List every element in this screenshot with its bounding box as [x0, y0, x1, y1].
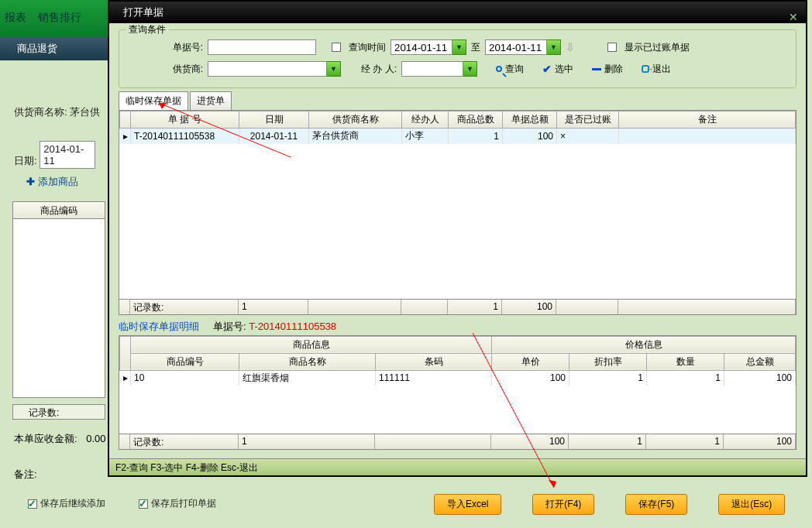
- minus-icon: [592, 68, 601, 70]
- cell-amt: 100: [503, 129, 557, 144]
- open-button[interactable]: 打开(F4): [532, 494, 594, 515]
- col-posted: 是否已过账: [557, 111, 619, 129]
- footer2-qty: 1: [646, 434, 724, 449]
- cell-date: 2014-01-11: [239, 129, 309, 144]
- footer2-label: 记录数:: [130, 434, 239, 449]
- query-time-label: 查询时间: [349, 41, 386, 54]
- detail-grid[interactable]: 商品信息 价格信息 商品编号 商品名称 条码 单价 折扣率 数量 总金额 ▸ 1…: [119, 335, 797, 451]
- row-marker-icon: ▸: [120, 370, 131, 386]
- cell-remark: [619, 129, 796, 144]
- cell-barcode: 111111: [376, 370, 492, 386]
- query-button[interactable]: 查询: [496, 63, 524, 76]
- plus-icon: ✚: [26, 176, 35, 187]
- date-label: 日期:: [14, 155, 37, 166]
- bg-product-table: 商品编码: [12, 201, 105, 398]
- date-to-input[interactable]: [485, 39, 547, 55]
- col-discount: 折扣率: [569, 353, 647, 370]
- handler-combo[interactable]: [401, 61, 463, 77]
- to-label: 至: [471, 41, 480, 54]
- cell-price: 100: [492, 370, 569, 386]
- col-supplier: 供货商名称: [309, 111, 402, 129]
- col-barcode: 条码: [376, 353, 492, 370]
- query-time-checkbox[interactable]: [332, 43, 341, 52]
- cell-name: 红旗渠香烟: [239, 370, 376, 386]
- download-icon[interactable]: ⇩: [566, 41, 575, 53]
- chevron-down-icon[interactable]: ▼: [547, 39, 561, 55]
- check-continue-add[interactable]: 保存后继续添加: [28, 498, 105, 509]
- col-total-qty: 商品总数: [449, 111, 503, 129]
- col-code: 商品编号: [131, 353, 239, 370]
- menu-return-goods[interactable]: 商品退货: [0, 37, 108, 60]
- query-panel: 查询条件 单据号: 查询时间 ▼ 至 ▼ ⇩ 显示已过账单据 供货商:: [119, 29, 797, 88]
- total-label: 本单应收金额:: [14, 433, 77, 444]
- supplier-value: 茅台供: [70, 106, 100, 118]
- table-row[interactable]: ▸ T-20140111105538 2014-01-11 茅台供货商 小李 1…: [120, 129, 796, 144]
- exit-button-bottom[interactable]: 退出(Esc): [718, 494, 785, 515]
- supplier-combo[interactable]: [208, 61, 327, 77]
- dialog-title: 打开单据: [123, 6, 163, 18]
- nav-report[interactable]: 报表: [0, 0, 31, 36]
- col-name: 商品名称: [239, 353, 376, 370]
- doc-no-label: 单据号:: [163, 41, 203, 54]
- cell-qty: 1: [647, 370, 724, 386]
- close-icon[interactable]: ✕: [789, 6, 798, 28]
- footer-amt: 100: [502, 300, 556, 314]
- chevron-down-icon[interactable]: ▼: [327, 61, 341, 77]
- cell-total: 100: [724, 370, 796, 386]
- select-button[interactable]: ✔选中: [542, 63, 573, 76]
- col-doc-no: 单 据 号: [131, 111, 239, 129]
- add-product-button[interactable]: ✚添加商品: [26, 175, 78, 189]
- tab-temp-saved[interactable]: 临时保存单据: [119, 91, 188, 110]
- save-button[interactable]: 保存(F5): [625, 494, 687, 515]
- date-input-bg[interactable]: 2014-01-11: [40, 141, 95, 169]
- footer2-discount: 1: [569, 434, 646, 449]
- col-total-amt: 单据总额: [503, 111, 557, 129]
- cell-supplier: 茅台供货商: [309, 129, 402, 144]
- date-from-input[interactable]: [391, 39, 452, 55]
- col-date: 日期: [239, 111, 309, 129]
- handler-label: 经 办 人:: [346, 63, 397, 76]
- checkbox-icon: [139, 499, 148, 509]
- check-print-after-save[interactable]: 保存后打印单据: [139, 498, 216, 509]
- import-excel-button[interactable]: 导入Excel: [434, 494, 501, 515]
- tab-purchase[interactable]: 进货单: [190, 91, 232, 110]
- supplier-label: 供货商名称:: [14, 106, 67, 118]
- delete-button[interactable]: 删除: [592, 63, 623, 76]
- cell-doc-no: T-20140111105538: [131, 129, 239, 144]
- main-grid[interactable]: 单 据 号 日期 供货商名称 经办人 商品总数 单据总额 是否已过账 备注 ▸ …: [119, 110, 797, 315]
- doc-no-input[interactable]: [208, 39, 316, 55]
- search-icon: [496, 66, 502, 72]
- row-marker-icon: ▸: [120, 129, 131, 144]
- footer-qty: 1: [448, 300, 502, 314]
- nav-sales-rank[interactable]: 销售排行: [33, 0, 86, 36]
- open-document-dialog: 打开单据 ✕ 查询条件 单据号: 查询时间 ▼ 至 ▼ ⇩ 显示已过账单据: [108, 0, 807, 477]
- table-row[interactable]: ▸ 10 红旗渠香烟 111111 100 1 1 100: [120, 370, 796, 386]
- detail-doc-label: 单据号:: [213, 321, 246, 332]
- chevron-down-icon[interactable]: ▼: [452, 39, 466, 55]
- footer2-count: 1: [239, 434, 375, 449]
- svg-marker-3: [549, 480, 556, 488]
- checkbox-icon: [28, 499, 37, 509]
- status-bar: F2-查询 F3-选中 F4-删除 Esc-退出: [109, 458, 806, 475]
- detail-title: 临时保存单据明细: [119, 321, 199, 332]
- show-posted-checkbox[interactable]: [607, 43, 617, 52]
- footer-label: 记录数:: [130, 300, 239, 314]
- cell-discount: 1: [569, 370, 647, 386]
- chevron-down-icon[interactable]: ▼: [463, 61, 477, 77]
- footer2-price: 100: [491, 434, 569, 449]
- col-handler: 经办人: [402, 111, 449, 129]
- bg-col-product-code: 商品编码: [13, 202, 105, 219]
- group-product-info: 商品信息: [131, 336, 492, 353]
- check-icon: ✔: [542, 63, 552, 75]
- group-price-info: 价格信息: [492, 336, 796, 353]
- cell-code: 10: [131, 370, 239, 386]
- footer-count: 1: [239, 300, 308, 314]
- footer2-total: 100: [724, 434, 796, 449]
- col-remark: 备注: [619, 111, 796, 129]
- exit-icon: [642, 65, 649, 73]
- col-qty2: 数量: [647, 353, 724, 370]
- col-price: 单价: [492, 353, 569, 370]
- cell-posted: ×: [557, 129, 619, 144]
- exit-button[interactable]: 退出: [642, 63, 671, 76]
- cell-handler: 小李: [402, 129, 449, 144]
